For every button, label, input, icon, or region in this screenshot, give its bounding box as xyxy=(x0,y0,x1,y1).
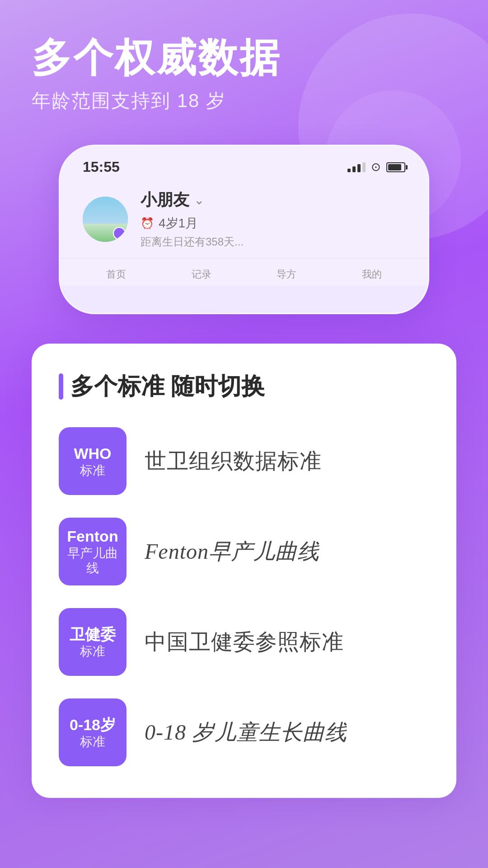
fenton-badge: Fenton 早产儿曲线 xyxy=(59,518,127,585)
standard-item-who[interactable]: WHO 标准 世卫组织数据标准 xyxy=(59,427,429,495)
wifi-icon: ⊙ xyxy=(371,160,381,174)
phone-mockup: 15:55 ⊙ xyxy=(59,145,429,314)
title-bar-accent xyxy=(59,373,63,400)
who-badge-line1: WHO xyxy=(74,444,111,463)
fenton-badge-line1: Fenton xyxy=(67,527,118,546)
profile-name: 小朋友 xyxy=(141,189,189,211)
profile-age: 4岁1月 xyxy=(159,215,198,232)
main-subtitle: 年龄范围支持到 18 岁 xyxy=(32,88,281,113)
nav-me[interactable]: 我的 xyxy=(362,268,382,281)
standard-item-weijian[interactable]: 卫健委 标准 中国卫健委参照标准 xyxy=(59,608,429,676)
standard-item-0to18[interactable]: 0-18岁 标准 0-18 岁儿童生长曲线 xyxy=(59,698,429,766)
signal-icon xyxy=(347,162,366,172)
standard-item-fenton[interactable]: Fenton 早产儿曲线 Fenton早产儿曲线 xyxy=(59,518,429,585)
profile-dropdown-icon[interactable]: ⌄ xyxy=(194,193,204,208)
status-icons: ⊙ xyxy=(347,160,405,174)
nav-guide[interactable]: 导方 xyxy=(277,268,296,281)
profile-name-row: 小朋友 ⌄ xyxy=(141,189,405,211)
profile-section: 小朋友 ⌄ ⏰ 4岁1月 距离生日还有358天... xyxy=(60,180,428,258)
age018-description: 0-18 岁儿童生长曲线 xyxy=(145,718,347,747)
phone-frame: 15:55 ⊙ xyxy=(59,145,429,314)
card-title-text: 多个标准 随时切换 xyxy=(70,371,265,402)
avatar-badge xyxy=(113,227,126,240)
weijian-badge-line2: 标准 xyxy=(80,644,105,659)
nav-record[interactable]: 记录 xyxy=(192,268,211,281)
white-card: 多个标准 随时切换 WHO 标准 世卫组织数据标准 Fenton 早产儿曲线 F… xyxy=(32,344,456,798)
age018-badge-line2: 标准 xyxy=(80,734,105,750)
bottom-nav: 首页 记录 导方 我的 xyxy=(60,258,428,286)
profile-birthday-hint: 距离生日还有358天... xyxy=(141,235,405,249)
avatar xyxy=(83,197,128,242)
who-badge-line2: 标准 xyxy=(80,463,105,478)
header-section: 多个权威数据 年龄范围支持到 18 岁 xyxy=(32,36,281,113)
clock-icon: ⏰ xyxy=(141,217,154,230)
who-badge: WHO 标准 xyxy=(59,427,127,495)
profile-info: 小朋友 ⌄ ⏰ 4岁1月 距离生日还有358天... xyxy=(141,189,405,249)
main-title: 多个权威数据 xyxy=(32,36,281,80)
age018-badge-line1: 0-18岁 xyxy=(70,716,116,734)
weijian-description: 中国卫健委参照标准 xyxy=(145,627,344,656)
nav-home[interactable]: 首页 xyxy=(106,268,126,281)
card-title-row: 多个标准 随时切换 xyxy=(59,371,429,402)
battery-icon xyxy=(386,162,405,172)
status-time: 15:55 xyxy=(83,159,120,175)
who-description: 世卫组织数据标准 xyxy=(145,447,322,476)
weijian-badge-line1: 卫健委 xyxy=(70,625,116,644)
fenton-description: Fenton早产儿曲线 xyxy=(145,537,319,566)
age018-badge: 0-18岁 标准 xyxy=(59,698,127,766)
fenton-badge-line2: 早产儿曲线 xyxy=(63,546,122,576)
weijian-badge: 卫健委 标准 xyxy=(59,608,127,676)
profile-age-row: ⏰ 4岁1月 xyxy=(141,215,405,232)
status-bar: 15:55 ⊙ xyxy=(60,146,428,180)
